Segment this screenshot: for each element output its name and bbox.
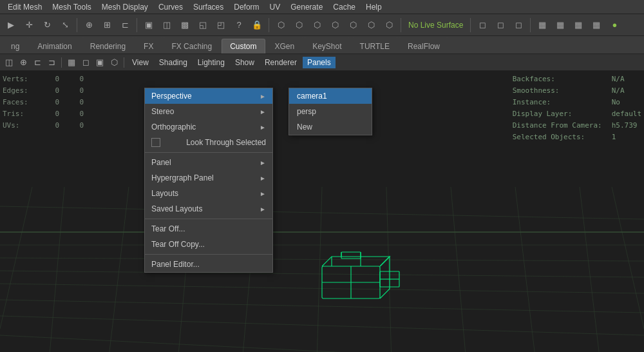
poly-icon[interactable]: ▣ [140,17,157,34]
tab-keyshot[interactable]: KeyShot [304,39,350,54]
tab-xgen[interactable]: XGen [267,39,303,54]
lock-icon[interactable]: 🔒 [249,17,265,34]
poly4-icon[interactable]: ◱ [194,17,211,34]
select-icon[interactable]: ▶ [3,17,19,34]
dd-item-look-through[interactable]: Look Through Selected [145,135,272,150]
cam5-icon[interactable]: ⬡ [345,17,361,34]
tab-realflow[interactable]: RealFlow [399,39,448,54]
menu-mesh-display[interactable]: Mesh Display [97,1,153,13]
vp-icon7[interactable]: ▣ [93,56,106,69]
poly2-icon[interactable]: ◫ [158,17,175,34]
vp-menu-shading[interactable]: Shading [155,57,192,68]
render3-icon[interactable]: ▦ [570,17,587,34]
menu-cache[interactable]: Cache [328,1,361,13]
vp-icon5[interactable]: ▦ [65,56,78,69]
cam6-icon[interactable]: ⬡ [363,17,379,34]
vp-icon4[interactable]: ⊐ [45,56,58,69]
stat-faces-val2: 0 [64,97,84,108]
vp-menu-view[interactable]: View [128,57,153,68]
tab-animation[interactable]: Animation [29,39,80,54]
menu-generate[interactable]: Generate [285,1,328,13]
info-displayer-key: Display Layer: [513,108,609,120]
menu-surfaces[interactable]: Surfaces [188,1,229,13]
cam7-icon[interactable]: ⬡ [381,17,397,34]
menu-edit-mesh[interactable]: Edit Mesh [3,1,47,13]
tab-fx[interactable]: FX [135,39,162,54]
sub-item-new[interactable]: New [289,119,372,135]
tab-fx-caching[interactable]: FX Caching [163,39,220,54]
info-displayer-row: Display Layer: default [513,108,641,120]
viewport-toolbar: ◫ ⊕ ⊏ ⊐ ▦ ◻ ▣ ⬡ View Shading Lighting Sh… [0,54,644,71]
dd-item-tear-off[interactable]: Tear Off... [145,221,272,237]
render4-icon[interactable]: ▦ [588,17,605,34]
menu-curves[interactable]: Curves [153,1,188,13]
vp-menu-renderer[interactable]: Renderer [260,57,301,68]
dd-item-tear-off-copy[interactable]: Tear Off Copy... [145,237,272,252]
dd-item-panel[interactable]: Panel ► [145,155,272,170]
dd-saved-layouts-label: Saved Layouts [151,204,202,213]
vp-icon1[interactable]: ◫ [3,56,15,69]
canvas-area[interactable]: Verts: 0 0 Edges: 0 0 Faces: 0 0 Tris: 0… [0,71,644,352]
info-selected-row: Selected Objects: 1 [513,132,641,143]
cam3-icon[interactable]: ⬡ [308,17,325,34]
sep4 [401,18,401,32]
vp-menu-show[interactable]: Show [231,57,259,68]
dd-hypergraph-arrow: ► [260,175,266,182]
tab-custom[interactable]: Custom [222,39,265,54]
dd-look-through-label: Look Through Selected [186,138,266,147]
snap-icon[interactable]: ⊕ [80,17,97,34]
cam4-icon[interactable]: ⬡ [327,17,343,34]
stat-edges-val2: 0 [64,85,84,97]
vp-menu-panels[interactable]: Panels [303,57,336,68]
info-distance-key: Distance From Camera: [513,120,609,132]
menu-mesh-tools[interactable]: Mesh Tools [47,1,96,13]
dd-panel-label: Panel [151,158,171,167]
magnet-icon[interactable]: ⊏ [117,17,133,34]
right1-icon[interactable]: ◻ [474,17,491,34]
stat-faces-val1: 0 [40,97,59,108]
vp-icon3[interactable]: ⊏ [31,56,44,69]
poly5-icon[interactable]: ◰ [213,17,229,34]
move-icon[interactable]: ✛ [21,17,37,34]
vp-icon6[interactable]: ◻ [79,56,92,69]
vp-icon2[interactable]: ⊕ [17,56,30,69]
right3-icon[interactable]: ◻ [510,17,527,34]
info-backfaces-key: Backfaces: [513,73,609,85]
render2-icon[interactable]: ▦ [552,17,569,34]
dd-item-perspective[interactable]: Perspective ► [145,88,272,104]
tab-rendering[interactable]: Rendering [82,39,134,54]
scale-icon[interactable]: ⤡ [57,17,73,34]
render5-icon[interactable]: ● [606,17,623,34]
tab-ng[interactable]: ng [3,39,28,54]
dd-item-stereo[interactable]: Stereo ► [145,104,272,119]
rotate-icon[interactable]: ↻ [39,17,55,34]
info-smoothness-key: Smoothness: [513,85,609,97]
stat-uvs-val2: 0 [64,120,84,132]
cam1-icon[interactable]: ⬡ [272,17,289,34]
sub-item-persp[interactable]: persp [289,104,372,119]
poly3-icon[interactable]: ▩ [176,17,193,34]
menu-help[interactable]: Help [361,1,387,13]
right2-icon[interactable]: ◻ [492,17,509,34]
vp-icon8[interactable]: ⬡ [108,56,120,69]
sub-item-camera1[interactable]: camera1 [289,88,372,104]
cam2-icon[interactable]: ⬡ [290,17,307,34]
stat-faces-row: Faces: 0 0 [3,97,84,108]
sep3 [269,18,269,32]
dd-item-hypergraph[interactable]: Hypergraph Panel ► [145,170,272,186]
info-instance-row: Instance: No [513,97,641,108]
menu-deform[interactable]: Deform [229,1,264,13]
svg-line-19 [612,187,644,329]
stat-uvs-row: UVs: 0 0 [3,120,84,132]
dd-item-panel-editor[interactable]: Panel Editor... [145,257,272,272]
tab-turtle[interactable]: TURTLE [352,39,398,54]
menu-uv[interactable]: UV [265,1,286,13]
help-icon[interactable]: ? [231,17,247,34]
vp-menu-lighting[interactable]: Lighting [193,57,229,68]
dd-item-saved-layouts[interactable]: Saved Layouts ► [145,201,272,217]
dd-item-orthographic[interactable]: Orthographic ► [145,119,272,135]
grid-icon[interactable]: ⊞ [99,17,115,34]
dd-item-layouts[interactable]: Layouts ► [145,186,272,201]
perspective-submenu: camera1 persp New [289,88,372,135]
render1-icon[interactable]: ▦ [534,17,551,34]
